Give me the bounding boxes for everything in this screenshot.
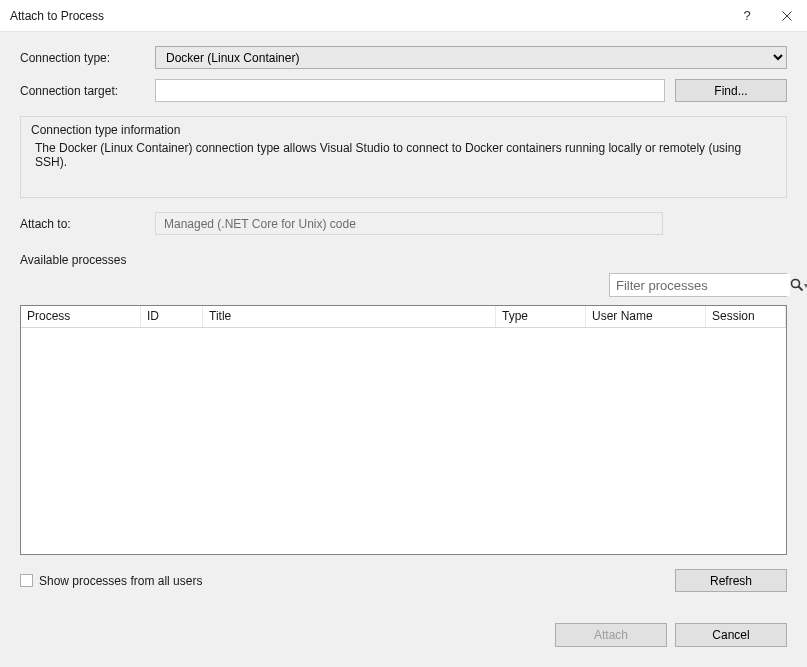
process-grid[interactable]: Process ID Title Type User Name Session xyxy=(20,305,787,555)
filter-box[interactable]: ▾ xyxy=(609,273,787,297)
close-button[interactable] xyxy=(767,0,807,32)
connection-target-label: Connection target: xyxy=(20,84,155,98)
checkbox-box xyxy=(20,574,33,587)
attach-to-value: Managed (.NET Core for Unix) code xyxy=(164,217,356,231)
connection-info-text: The Docker (Linux Container) connection … xyxy=(31,141,776,169)
below-grid-row: Show processes from all users Refresh xyxy=(20,569,787,592)
svg-line-1 xyxy=(799,287,803,291)
window-title: Attach to Process xyxy=(10,9,727,23)
filter-input[interactable] xyxy=(610,274,790,296)
search-icon[interactable] xyxy=(790,278,804,292)
connection-type-label: Connection type: xyxy=(20,51,155,65)
connection-info-group: Connection type information The Docker (… xyxy=(20,116,787,198)
show-all-users-checkbox[interactable]: Show processes from all users xyxy=(20,574,202,588)
close-icon xyxy=(782,11,792,21)
show-all-users-label: Show processes from all users xyxy=(39,574,202,588)
attach-to-label: Attach to: xyxy=(20,217,155,231)
cancel-button[interactable]: Cancel xyxy=(675,623,787,647)
col-header-session[interactable]: Session xyxy=(706,306,786,327)
available-processes-label: Available processes xyxy=(20,253,787,267)
connection-type-select[interactable]: Docker (Linux Container) xyxy=(155,46,787,69)
connection-target-row: Connection target: Find... xyxy=(20,79,787,102)
grid-body xyxy=(21,328,786,554)
col-header-user[interactable]: User Name xyxy=(586,306,706,327)
help-icon: ? xyxy=(743,8,750,23)
col-header-title[interactable]: Title xyxy=(203,306,496,327)
refresh-button[interactable]: Refresh xyxy=(675,569,787,592)
grid-header: Process ID Title Type User Name Session xyxy=(21,306,786,328)
attach-to-row: Attach to: Managed (.NET Core for Unix) … xyxy=(20,212,787,235)
help-button[interactable]: ? xyxy=(727,0,767,32)
connection-target-input[interactable] xyxy=(155,79,665,102)
attach-to-field: Managed (.NET Core for Unix) code xyxy=(155,212,663,235)
col-header-process[interactable]: Process xyxy=(21,306,141,327)
titlebar: Attach to Process ? xyxy=(0,0,807,32)
col-header-type[interactable]: Type xyxy=(496,306,586,327)
attach-button: Attach xyxy=(555,623,667,647)
dialog-footer: Attach Cancel xyxy=(20,603,787,647)
col-header-id[interactable]: ID xyxy=(141,306,203,327)
svg-point-0 xyxy=(792,280,800,288)
dialog-body: Connection type: Docker (Linux Container… xyxy=(0,32,807,667)
connection-type-row: Connection type: Docker (Linux Container… xyxy=(20,46,787,69)
connection-info-legend: Connection type information xyxy=(31,123,776,137)
filter-row: ▾ xyxy=(20,273,787,297)
find-button[interactable]: Find... xyxy=(675,79,787,102)
